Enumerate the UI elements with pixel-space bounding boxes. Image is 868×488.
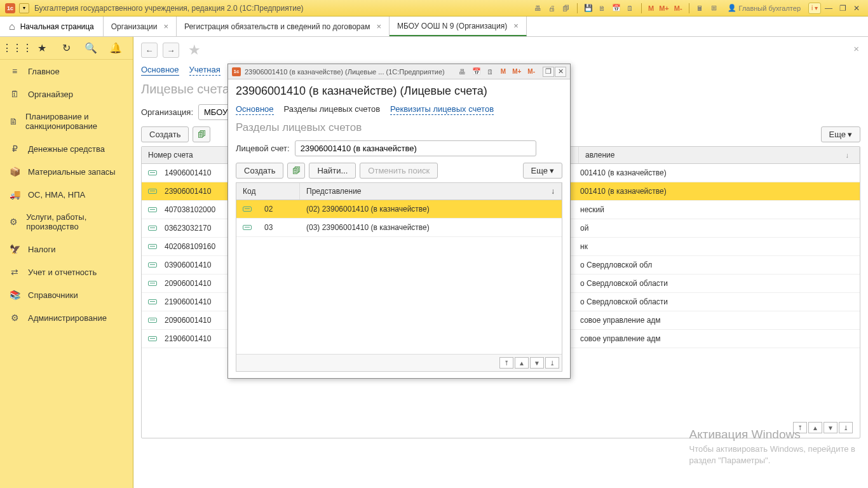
- sidebar-item-2[interactable]: 🗎Планирование и санкционирование: [0, 105, 133, 137]
- dlg-cancel-find-button[interactable]: Отменить поиск: [360, 163, 438, 179]
- table-row[interactable]: 03(03) 23906001410 (в казначействе): [236, 219, 562, 237]
- bg-subtab-main[interactable]: Основное: [141, 65, 179, 76]
- copy-button[interactable]: 🗐: [193, 126, 210, 142]
- search-icon[interactable]: 🔍: [83, 41, 98, 56]
- print-preview-icon[interactable]: 🖶: [532, 3, 544, 14]
- dlg-subtab-requisites[interactable]: Реквизиты лицевых счетов: [390, 104, 494, 115]
- back-button[interactable]: ←: [141, 43, 158, 58]
- sidebar-item-0[interactable]: ≡Главное: [0, 60, 133, 83]
- forward-button[interactable]: →: [163, 43, 179, 58]
- create-button[interactable]: Создать: [141, 126, 189, 142]
- sidebar-item-6[interactable]: ⚙Услуги, работы, производство: [0, 206, 133, 238]
- org-label: Организация:: [141, 107, 193, 117]
- row-icon: [142, 222, 158, 234]
- nav-label: Материальные запасы: [28, 167, 116, 177]
- sidebar-item-10[interactable]: ⚙Администрирование: [0, 306, 133, 329]
- sidebar-item-4[interactable]: 📦Материальные запасы: [0, 160, 133, 183]
- dialog-calendar31-icon[interactable]: 🗓: [485, 67, 496, 77]
- dialog-restore-button[interactable]: ❐: [543, 67, 554, 77]
- nav-icon: 🗓: [9, 89, 20, 99]
- dlg-find-button[interactable]: Найти...: [309, 163, 356, 179]
- current-user[interactable]: 👤Главный бухгалтер: [728, 4, 801, 12]
- dlg-subtab-main[interactable]: Основное: [236, 104, 274, 115]
- cell-repr: 001410 (в казначействе): [574, 167, 860, 179]
- dialog-print-icon[interactable]: 🖶: [458, 67, 468, 77]
- calc-mplus-button[interactable]: M+: [658, 4, 670, 12]
- print-icon[interactable]: 🖨: [546, 3, 558, 14]
- minimize-button[interactable]: —: [822, 3, 835, 14]
- dialog-mminus-button[interactable]: M-: [526, 68, 536, 75]
- history-icon[interactable]: ↻: [58, 41, 74, 56]
- dlg-col-header-code[interactable]: Код: [236, 183, 300, 200]
- dialog-m-button[interactable]: M: [499, 68, 507, 75]
- maximize-button[interactable]: ❐: [836, 3, 849, 14]
- dlg-copy-button[interactable]: 🗐: [287, 163, 305, 179]
- nav-icon: ⚙: [9, 313, 20, 323]
- calculator-icon[interactable]: 🖩: [695, 3, 706, 14]
- cell-repr: (02) 23906001410 (в казначействе): [300, 203, 562, 215]
- chevron-down-icon: ▾: [550, 166, 554, 175]
- calendar-icon[interactable]: 📅: [611, 3, 622, 14]
- nav-label: Денежные средства: [28, 144, 105, 154]
- tab-close-icon[interactable]: ×: [163, 22, 168, 31]
- dlg-create-button[interactable]: Создать: [236, 163, 283, 179]
- sidebar-item-5[interactable]: 🚚ОС, НМА, НПА: [0, 183, 133, 206]
- dialog-calendar-icon[interactable]: 📅: [471, 67, 482, 77]
- dlg-table-last-button[interactable]: ⤓: [545, 357, 559, 369]
- dlg-subtab-sections[interactable]: Разделы лицевых счетов: [284, 104, 381, 115]
- dlg-table-down-button[interactable]: ▼: [530, 357, 544, 369]
- nav-icon: 📦: [9, 166, 20, 177]
- dialog-close-button[interactable]: ✕: [555, 67, 566, 77]
- tab-close-icon[interactable]: ×: [376, 22, 381, 31]
- cell-code: 03: [258, 222, 300, 233]
- calc-mminus-button[interactable]: M-: [673, 4, 684, 12]
- calendar31-icon[interactable]: 🗓: [625, 3, 636, 14]
- copy-icon: 🗐: [292, 166, 301, 175]
- nav-label: Учет и отчетность: [28, 268, 97, 277]
- sidebar-item-3[interactable]: ₽Денежные средства: [0, 137, 133, 160]
- account-input[interactable]: [295, 140, 536, 156]
- notifications-icon[interactable]: 🔔: [108, 41, 123, 56]
- cell-repr: о Свердловской области: [574, 296, 860, 308]
- favorite-large-icon[interactable]: ★: [188, 42, 201, 58]
- dialog-mplus-button[interactable]: M+: [511, 68, 522, 75]
- row-icon: [142, 278, 158, 289]
- col-header-repr[interactable]: авление↓: [579, 147, 860, 163]
- cell-repr: совое управление адм: [574, 333, 860, 344]
- dlg-more-button[interactable]: Еще ▾: [523, 163, 562, 179]
- table-row[interactable]: 02(02) 23906001410 (в казначействе): [236, 200, 562, 219]
- windows-icon[interactable]: ⊞: [709, 3, 720, 14]
- more-button[interactable]: Еще ▾: [821, 126, 860, 142]
- nav-label: Органайзер: [28, 90, 73, 99]
- sidebar-item-7[interactable]: 🦅Налоги: [0, 238, 133, 261]
- sidebar-item-1[interactable]: 🗓Органайзер: [0, 83, 133, 105]
- save-icon[interactable]: 💾: [583, 3, 594, 14]
- dlg-table-first-button[interactable]: ⤒: [499, 357, 513, 369]
- calc-m-button[interactable]: M: [647, 4, 655, 12]
- favorite-icon[interactable]: ★: [34, 41, 50, 56]
- compare-icon[interactable]: 🗐: [560, 3, 572, 14]
- tab-organizations[interactable]: Организации ×: [104, 17, 177, 36]
- bg-subtab-account[interactable]: Учетная: [189, 65, 220, 76]
- sort-desc-icon: ↓: [551, 187, 555, 196]
- tab-obligations[interactable]: Регистрация обязательств и сведений по д…: [177, 17, 390, 36]
- cell-repr: ой: [574, 222, 860, 234]
- sidebar-item-8[interactable]: ⇄Учет и отчетность: [0, 261, 133, 283]
- content-close-icon[interactable]: ×: [853, 43, 859, 54]
- sidebar-item-9[interactable]: 📚Справочники: [0, 283, 133, 306]
- windows-activation-watermark: Активация Windows Чтобы активировать Win…: [689, 426, 855, 466]
- tab-close-icon[interactable]: ×: [513, 21, 519, 30]
- row-icon: [142, 296, 158, 308]
- dlg-table-up-button[interactable]: ▲: [515, 357, 529, 369]
- user-icon: 👤: [728, 4, 736, 12]
- row-icon: [142, 315, 158, 326]
- apps-icon[interactable]: ⋮⋮⋮: [10, 41, 25, 56]
- document-icon[interactable]: 🗎: [597, 3, 608, 14]
- dlg-col-header-repr[interactable]: Представление↓: [300, 183, 562, 200]
- cell-repr: совое управление адм: [574, 315, 860, 326]
- info-button[interactable]: i ▾: [808, 3, 821, 14]
- home-tab[interactable]: ⌂ Начальная страница: [0, 17, 104, 36]
- titlebar-menu-dropdown[interactable]: ▾: [19, 3, 29, 13]
- close-button[interactable]: ✕: [850, 3, 863, 14]
- tab-organization-detail[interactable]: МБОУ ООШ N 9 (Организация) ×: [390, 17, 527, 36]
